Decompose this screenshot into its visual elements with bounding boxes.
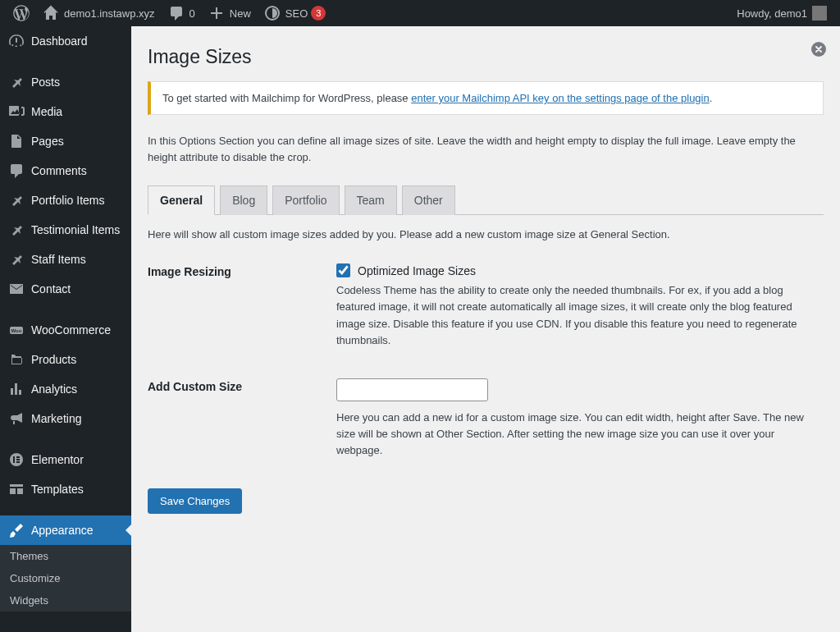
save-button[interactable]: Save Changes <box>148 488 242 514</box>
dashboard-icon <box>8 33 25 49</box>
brush-icon <box>8 522 25 538</box>
sidebar-item-templates[interactable]: Templates <box>0 474 131 504</box>
sidebar-item-portfolio[interactable]: Portfolio Items <box>0 185 131 215</box>
mailchimp-notice: To get started with Mailchimp for WordPr… <box>148 81 824 115</box>
new-content-link[interactable]: New <box>202 0 258 26</box>
notice-text-suffix: . <box>710 92 713 104</box>
optimized-checkbox[interactable] <box>336 263 350 277</box>
tab-note: Here will show all custom image sizes ad… <box>148 228 824 240</box>
optimized-checkbox-text: Optimized Image Sizes <box>358 264 476 277</box>
mail-icon <box>8 281 25 297</box>
tab-team[interactable]: Team <box>345 185 397 215</box>
wordpress-icon <box>13 5 30 21</box>
sidebar-item-label: Appearance <box>31 524 94 537</box>
sidebar-item-label: Comments <box>31 164 87 177</box>
sidebar-item-label: Marketing <box>31 412 81 425</box>
sidebar-item-label: Dashboard <box>31 34 88 48</box>
avatar <box>812 6 827 21</box>
sidebar-item-label: Media <box>31 105 62 118</box>
optimized-checkbox-label[interactable]: Optimized Image Sizes <box>336 263 804 277</box>
svg-rect-6 <box>16 459 20 460</box>
sidebar-item-woocommerce[interactable]: Woo WooCommerce <box>0 315 131 345</box>
new-label: New <box>230 7 251 20</box>
sidebar-item-label: Contact <box>31 282 71 295</box>
svg-rect-5 <box>16 456 20 458</box>
sidebar-item-staff[interactable]: Staff Items <box>0 245 131 274</box>
pin-icon <box>8 74 25 90</box>
section-intro: In this Options Section you can define a… <box>148 133 824 166</box>
page-title: Image Sizes <box>148 26 824 76</box>
close-icon[interactable] <box>810 41 827 57</box>
sidebar-item-dashboard[interactable]: Dashboard <box>0 26 131 56</box>
pin-icon <box>8 222 25 238</box>
sidebar-item-label: Products <box>31 353 76 366</box>
greeting-text: Howdy, demo1 <box>737 7 807 20</box>
submenu-widgets[interactable]: Widgets <box>0 589 131 611</box>
custom-size-desc: Here you can add a new id for a custom i… <box>336 410 804 459</box>
sidebar-item-pages[interactable]: Pages <box>0 126 131 156</box>
user-greeting[interactable]: Howdy, demo1 <box>730 0 833 26</box>
sidebar-item-posts[interactable]: Posts <box>0 67 131 97</box>
sidebar-item-elementor[interactable]: Elementor <box>0 445 131 474</box>
comment-icon <box>168 5 185 21</box>
sidebar-item-label: Templates <box>31 483 84 496</box>
comments-count: 0 <box>189 7 195 20</box>
svg-rect-4 <box>13 456 15 463</box>
tab-bar: General Blog Portfolio Team Other <box>148 185 824 215</box>
sidebar-item-media[interactable]: Media <box>0 97 131 126</box>
sidebar-item-comments[interactable]: Comments <box>0 156 131 185</box>
seo-label: SEO <box>285 7 308 20</box>
submenu-customize[interactable]: Customize <box>0 567 131 589</box>
product-icon <box>8 351 25 368</box>
seo-count-badge: 3 <box>311 6 326 21</box>
sidebar-item-testimonial[interactable]: Testimonial Items <box>0 215 131 245</box>
page-icon <box>8 133 25 149</box>
notice-link[interactable]: enter your Mailchimp API key on the sett… <box>411 92 710 104</box>
admin-menu: Dashboard Posts Media Pages Comments Por… <box>0 26 131 632</box>
megaphone-icon <box>8 410 25 427</box>
seo-link[interactable]: SEO 3 <box>258 0 332 26</box>
sidebar-item-label: Pages <box>31 135 64 148</box>
sidebar-item-marketing[interactable]: Marketing <box>0 404 131 433</box>
site-name-link[interactable]: demo1.instawp.xyz <box>36 0 162 26</box>
pin-icon <box>8 192 25 208</box>
submenu-themes[interactable]: Themes <box>0 545 131 567</box>
comments-link[interactable]: 0 <box>162 0 202 26</box>
site-name: demo1.instawp.xyz <box>64 7 155 20</box>
chart-icon <box>8 381 25 397</box>
media-icon <box>8 103 25 120</box>
sidebar-item-label: Elementor <box>31 453 84 466</box>
sidebar-item-label: Posts <box>31 76 60 89</box>
sidebar-item-analytics[interactable]: Analytics <box>0 374 131 404</box>
image-resizing-label: Image Resizing <box>148 263 336 349</box>
appearance-submenu: Themes Customize Widgets <box>0 545 131 611</box>
comments-icon <box>8 163 25 179</box>
seo-icon <box>264 5 281 21</box>
sidebar-item-label: Portfolio Items <box>31 194 104 207</box>
tab-general[interactable]: General <box>148 185 215 215</box>
home-icon <box>43 5 59 21</box>
notice-text-prefix: To get started with Mailchimp for WordPr… <box>162 92 411 104</box>
svg-rect-7 <box>16 461 20 463</box>
svg-text:Woo: Woo <box>11 328 22 333</box>
sidebar-item-products[interactable]: Products <box>0 345 131 374</box>
pin-icon <box>8 251 25 268</box>
sidebar-item-label: WooCommerce <box>31 323 111 337</box>
plus-icon <box>208 5 225 21</box>
elementor-icon <box>8 451 25 468</box>
sidebar-item-appearance[interactable]: Appearance <box>0 515 131 545</box>
image-resizing-desc: Codeless Theme has the ability to create… <box>336 282 804 349</box>
woo-icon: Woo <box>8 322 25 338</box>
templates-icon <box>8 481 25 497</box>
tab-blog[interactable]: Blog <box>220 185 267 215</box>
sidebar-item-contact[interactable]: Contact <box>0 274 131 304</box>
sidebar-item-label: Testimonial Items <box>31 223 120 236</box>
sidebar-item-label: Analytics <box>31 382 77 396</box>
custom-size-input[interactable] <box>336 378 488 401</box>
tab-other[interactable]: Other <box>402 185 455 215</box>
wp-logo[interactable] <box>7 0 36 26</box>
tab-portfolio[interactable]: Portfolio <box>272 185 339 215</box>
sidebar-item-label: Staff Items <box>31 253 86 266</box>
custom-size-label: Add Custom Size <box>148 378 336 459</box>
